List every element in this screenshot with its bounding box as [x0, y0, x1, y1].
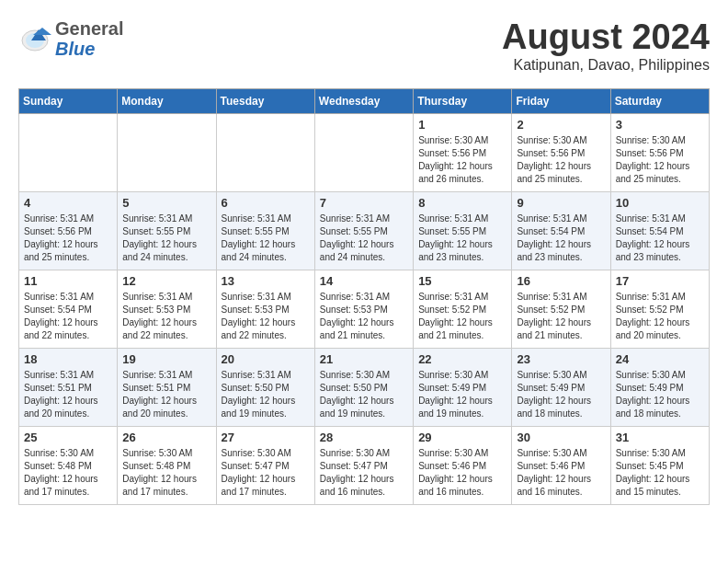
day-info: Sunrise: 5:31 AM Sunset: 5:52 PM Dayligh…	[517, 291, 605, 342]
day-number: 1	[418, 118, 506, 132]
day-number: 6	[222, 196, 310, 210]
calendar-cell: 29Sunrise: 5:30 AM Sunset: 5:46 PM Dayli…	[414, 426, 512, 504]
day-number: 8	[418, 196, 506, 210]
day-info: Sunrise: 5:31 AM Sunset: 5:52 PM Dayligh…	[418, 291, 506, 342]
day-info: Sunrise: 5:31 AM Sunset: 5:56 PM Dayligh…	[24, 213, 112, 264]
day-info: Sunrise: 5:30 AM Sunset: 5:46 PM Dayligh…	[418, 447, 506, 499]
day-info: Sunrise: 5:31 AM Sunset: 5:55 PM Dayligh…	[122, 213, 210, 264]
calendar-cell: 8Sunrise: 5:31 AM Sunset: 5:55 PM Daylig…	[414, 191, 512, 270]
calendar-cell: 27Sunrise: 5:30 AM Sunset: 5:47 PM Dayli…	[216, 426, 314, 504]
calendar-cell: 13Sunrise: 5:31 AM Sunset: 5:53 PM Dayli…	[216, 270, 314, 348]
day-info: Sunrise: 5:30 AM Sunset: 5:48 PM Dayligh…	[122, 447, 210, 499]
calendar-cell	[19, 113, 118, 191]
calendar-cell: 19Sunrise: 5:31 AM Sunset: 5:51 PM Dayli…	[118, 348, 216, 426]
calendar-week-5: 25Sunrise: 5:30 AM Sunset: 5:48 PM Dayli…	[19, 426, 710, 504]
day-number: 5	[122, 196, 210, 210]
day-info: Sunrise: 5:30 AM Sunset: 5:50 PM Dayligh…	[320, 369, 408, 420]
calendar-cell: 28Sunrise: 5:30 AM Sunset: 5:47 PM Dayli…	[314, 426, 413, 504]
day-number: 22	[418, 352, 506, 366]
logo-blue: Blue	[55, 39, 95, 59]
day-info: Sunrise: 5:30 AM Sunset: 5:47 PM Dayligh…	[222, 447, 310, 499]
day-number: 3	[616, 118, 704, 132]
calendar-cell: 24Sunrise: 5:30 AM Sunset: 5:49 PM Dayli…	[610, 348, 709, 426]
day-info: Sunrise: 5:30 AM Sunset: 5:56 PM Dayligh…	[616, 134, 704, 186]
day-number: 31	[616, 431, 704, 444]
weekday-header-monday: Monday	[118, 88, 216, 113]
calendar-cell: 30Sunrise: 5:30 AM Sunset: 5:46 PM Dayli…	[512, 426, 610, 504]
calendar-cell: 25Sunrise: 5:30 AM Sunset: 5:48 PM Dayli…	[19, 426, 118, 504]
day-number: 2	[517, 118, 605, 132]
calendar-cell: 17Sunrise: 5:31 AM Sunset: 5:52 PM Dayli…	[610, 270, 709, 348]
day-info: Sunrise: 5:30 AM Sunset: 5:47 PM Dayligh…	[320, 447, 408, 499]
calendar-cell: 14Sunrise: 5:31 AM Sunset: 5:53 PM Dayli…	[314, 270, 413, 348]
weekday-header-saturday: Saturday	[610, 88, 709, 113]
title-block: August 2024 Katipunan, Davao, Philippine…	[502, 18, 710, 74]
day-number: 17	[616, 274, 704, 288]
day-info: Sunrise: 5:30 AM Sunset: 5:48 PM Dayligh…	[24, 447, 112, 499]
weekday-header-wednesday: Wednesday	[314, 88, 413, 113]
day-info: Sunrise: 5:31 AM Sunset: 5:55 PM Dayligh…	[320, 213, 408, 264]
calendar-cell: 1Sunrise: 5:30 AM Sunset: 5:56 PM Daylig…	[414, 113, 512, 191]
calendar-cell: 9Sunrise: 5:31 AM Sunset: 5:54 PM Daylig…	[512, 191, 610, 270]
calendar-cell: 4Sunrise: 5:31 AM Sunset: 5:56 PM Daylig…	[19, 191, 118, 270]
calendar-week-1: 1Sunrise: 5:30 AM Sunset: 5:56 PM Daylig…	[19, 113, 710, 191]
day-info: Sunrise: 5:30 AM Sunset: 5:46 PM Dayligh…	[517, 447, 605, 499]
calendar-cell: 15Sunrise: 5:31 AM Sunset: 5:52 PM Dayli…	[414, 270, 512, 348]
day-number: 7	[320, 196, 408, 210]
calendar-cell: 5Sunrise: 5:31 AM Sunset: 5:55 PM Daylig…	[118, 191, 216, 270]
day-number: 28	[320, 431, 408, 444]
calendar-cell: 22Sunrise: 5:30 AM Sunset: 5:49 PM Dayli…	[414, 348, 512, 426]
day-info: Sunrise: 5:31 AM Sunset: 5:53 PM Dayligh…	[222, 291, 310, 342]
day-info: Sunrise: 5:31 AM Sunset: 5:54 PM Dayligh…	[517, 213, 605, 264]
calendar-cell: 31Sunrise: 5:30 AM Sunset: 5:45 PM Dayli…	[610, 426, 709, 504]
day-number: 14	[320, 274, 408, 288]
logo: General Blue	[18, 18, 123, 59]
day-info: Sunrise: 5:31 AM Sunset: 5:54 PM Dayligh…	[24, 291, 112, 342]
day-info: Sunrise: 5:31 AM Sunset: 5:51 PM Dayligh…	[122, 369, 210, 420]
day-info: Sunrise: 5:30 AM Sunset: 5:49 PM Dayligh…	[616, 369, 704, 420]
day-number: 19	[122, 352, 210, 366]
weekday-header-tuesday: Tuesday	[216, 88, 314, 113]
location: Katipunan, Davao, Philippines	[502, 57, 710, 74]
calendar-cell: 2Sunrise: 5:30 AM Sunset: 5:56 PM Daylig…	[512, 113, 610, 191]
weekday-header-row: SundayMondayTuesdayWednesdayThursdayFrid…	[19, 88, 710, 113]
calendar-cell: 23Sunrise: 5:30 AM Sunset: 5:49 PM Dayli…	[512, 348, 610, 426]
day-number: 21	[320, 352, 408, 366]
day-info: Sunrise: 5:30 AM Sunset: 5:56 PM Dayligh…	[517, 134, 605, 186]
calendar-cell	[118, 113, 216, 191]
day-info: Sunrise: 5:30 AM Sunset: 5:45 PM Dayligh…	[616, 447, 704, 499]
calendar-cell: 6Sunrise: 5:31 AM Sunset: 5:55 PM Daylig…	[216, 191, 314, 270]
day-number: 4	[24, 196, 112, 210]
weekday-header-sunday: Sunday	[19, 88, 118, 113]
day-number: 27	[222, 431, 310, 444]
day-number: 29	[418, 431, 506, 444]
calendar-week-2: 4Sunrise: 5:31 AM Sunset: 5:56 PM Daylig…	[19, 191, 710, 270]
weekday-header-thursday: Thursday	[414, 88, 512, 113]
calendar-cell: 11Sunrise: 5:31 AM Sunset: 5:54 PM Dayli…	[19, 270, 118, 348]
day-number: 25	[24, 431, 112, 444]
logo-icon	[18, 22, 51, 55]
day-info: Sunrise: 5:31 AM Sunset: 5:53 PM Dayligh…	[122, 291, 210, 342]
calendar-cell: 20Sunrise: 5:31 AM Sunset: 5:50 PM Dayli…	[216, 348, 314, 426]
page-header: General Blue August 2024 Katipunan, Dava…	[18, 18, 710, 74]
calendar-cell: 10Sunrise: 5:31 AM Sunset: 5:54 PM Dayli…	[610, 191, 709, 270]
calendar-week-3: 11Sunrise: 5:31 AM Sunset: 5:54 PM Dayli…	[19, 270, 710, 348]
day-number: 26	[122, 431, 210, 444]
logo-general: General	[55, 18, 123, 39]
calendar-cell: 18Sunrise: 5:31 AM Sunset: 5:51 PM Dayli…	[19, 348, 118, 426]
day-info: Sunrise: 5:30 AM Sunset: 5:56 PM Dayligh…	[418, 134, 506, 186]
day-number: 18	[24, 352, 112, 366]
day-info: Sunrise: 5:31 AM Sunset: 5:54 PM Dayligh…	[616, 213, 704, 264]
calendar-week-4: 18Sunrise: 5:31 AM Sunset: 5:51 PM Dayli…	[19, 348, 710, 426]
calendar-cell	[216, 113, 314, 191]
day-number: 13	[222, 274, 310, 288]
weekday-header-friday: Friday	[512, 88, 610, 113]
day-info: Sunrise: 5:31 AM Sunset: 5:51 PM Dayligh…	[24, 369, 112, 420]
day-info: Sunrise: 5:31 AM Sunset: 5:53 PM Dayligh…	[320, 291, 408, 342]
day-info: Sunrise: 5:30 AM Sunset: 5:49 PM Dayligh…	[517, 369, 605, 420]
day-number: 24	[616, 352, 704, 366]
day-info: Sunrise: 5:31 AM Sunset: 5:52 PM Dayligh…	[616, 291, 704, 342]
day-number: 16	[517, 274, 605, 288]
calendar-cell: 3Sunrise: 5:30 AM Sunset: 5:56 PM Daylig…	[610, 113, 709, 191]
month-title: August 2024	[502, 18, 710, 57]
